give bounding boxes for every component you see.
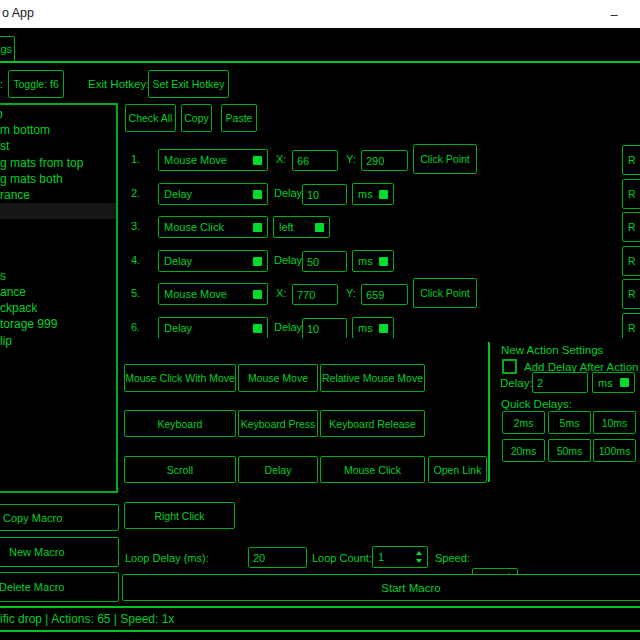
macro-list-item[interactable]: g mats from top: [0, 155, 116, 171]
button-label: 50ms: [557, 445, 583, 457]
y-input[interactable]: [361, 150, 408, 171]
spinner-up-icon[interactable]: [416, 551, 422, 555]
quick-delay-100ms-button[interactable]: 100ms: [593, 439, 636, 462]
macro-list-item[interactable]: ckpack: [0, 300, 116, 316]
click-point-button[interactable]: Click Point: [413, 278, 477, 308]
add-right-click-button[interactable]: Right Click: [124, 502, 235, 529]
action-type-value: Delay: [164, 255, 192, 267]
action-type-dropdown[interactable]: Mouse Click: [158, 216, 268, 238]
add-scroll-button[interactable]: Scroll: [124, 456, 236, 483]
macro-list-item[interactable]: lip: [0, 333, 116, 349]
action-type-dropdown[interactable]: Delay: [158, 183, 268, 205]
delay-input[interactable]: [302, 318, 347, 338]
remove-action-button[interactable]: R: [622, 145, 640, 175]
add-keyboard-button[interactable]: Keyboard: [124, 410, 236, 437]
x-input[interactable]: [292, 284, 338, 305]
speed-label: Speed:: [435, 552, 470, 564]
add-mouse-click-button[interactable]: Mouse Click: [320, 456, 425, 483]
action-type-dropdown[interactable]: Mouse Move: [158, 149, 268, 171]
macro-list-item[interactable]: st: [0, 138, 116, 154]
new-action-delay-input[interactable]: [532, 372, 588, 393]
button-label: 20ms: [511, 445, 537, 457]
add-delay-after-action-checkbox[interactable]: [502, 359, 517, 374]
add-mouse-move-button[interactable]: Mouse Move: [238, 364, 318, 392]
loop-count-value: 1: [378, 551, 384, 563]
button-label: 2ms: [514, 417, 534, 429]
quick-delay-5ms-button[interactable]: 5ms: [548, 411, 591, 434]
macro-list-item[interactable]: [0, 252, 116, 268]
delay-unit-dropdown[interactable]: ms: [352, 317, 394, 338]
title-bar: o App –: [0, 0, 640, 28]
click-point-label: Click Point: [420, 287, 470, 299]
button-label: Mouse Click: [344, 464, 401, 476]
add-keyboard-press-button[interactable]: Keyboard Press: [238, 410, 318, 437]
x-input[interactable]: [292, 150, 338, 171]
add-keyboard-release-button[interactable]: Keyboard Release: [320, 410, 425, 437]
delay-unit-dropdown[interactable]: ms: [352, 250, 394, 272]
new-action-delay-unit-dropdown[interactable]: ms: [592, 372, 635, 393]
stepper-arrows: [416, 551, 422, 563]
macro-list-item[interactable]: m bottom: [0, 122, 116, 138]
dropdown-arrow-icon: [253, 324, 262, 333]
add-delay-button[interactable]: Delay: [238, 456, 318, 483]
mouse-button-dropdown[interactable]: left: [273, 216, 330, 238]
action-row-number: 4.: [131, 254, 140, 266]
start-macro-button[interactable]: Start Macro: [122, 574, 640, 601]
remove-action-button[interactable]: R: [622, 179, 640, 209]
add-relative-mouse-move-button[interactable]: Relative Mouse Move: [320, 364, 425, 392]
action-type-dropdown[interactable]: Delay: [158, 317, 268, 338]
y-label: Y:: [346, 287, 356, 299]
paste-button[interactable]: Paste: [221, 104, 257, 132]
action-type-dropdown[interactable]: Delay: [158, 250, 268, 272]
action-row-number: 6.: [131, 321, 140, 333]
action-type-value: Delay: [164, 188, 192, 200]
macro-list-item[interactable]: s: [0, 268, 116, 284]
macro-list-item[interactable]: [0, 236, 116, 252]
delay-unit-value: ms: [358, 322, 373, 334]
delete-macro-button[interactable]: Delete Macro: [0, 572, 119, 602]
dropdown-arrow-icon: [253, 257, 262, 266]
spinner-down-icon[interactable]: [416, 559, 422, 563]
add-open-link-button[interactable]: Open Link: [428, 456, 487, 483]
toggle-hotkey-button[interactable]: Toggle: f6: [8, 70, 64, 98]
paste-label: Paste: [226, 112, 253, 124]
button-label: Delay: [265, 464, 292, 476]
y-input[interactable]: [361, 284, 408, 305]
loop-count-stepper[interactable]: 1: [372, 546, 428, 568]
status-bar: ific drop | Actions: 65 | Speed: 1x: [0, 606, 640, 632]
remove-action-button[interactable]: R: [622, 246, 640, 276]
new-macro-button[interactable]: New Macro: [0, 537, 119, 567]
macro-list-item[interactable]: g mats both: [0, 171, 116, 187]
quick-delay-10ms-button[interactable]: 10ms: [593, 411, 636, 434]
dropdown-arrow-icon: [379, 257, 388, 266]
macro-list-item[interactable]: ance: [0, 284, 116, 300]
minimize-button[interactable]: –: [596, 0, 632, 28]
quick-delay-2ms-button[interactable]: 2ms: [502, 411, 545, 434]
remove-action-button[interactable]: R: [622, 313, 640, 338]
delay-input[interactable]: [302, 251, 347, 272]
quick-delay-20ms-button[interactable]: 20ms: [502, 439, 545, 462]
macro-list-item[interactable]: rance: [0, 187, 116, 203]
macro-list-item-selected[interactable]: [0, 203, 116, 219]
delay-input[interactable]: [302, 184, 347, 205]
copy-macro-button[interactable]: Copy Macro: [0, 504, 119, 531]
action-type-dropdown[interactable]: Mouse Move: [158, 283, 268, 305]
macro-list-item[interactable]: [0, 219, 116, 235]
tab-settings[interactable]: gs: [0, 36, 15, 62]
loop-delay-input[interactable]: [248, 547, 307, 568]
click-point-button[interactable]: Click Point: [413, 144, 477, 174]
check-all-button[interactable]: Check All: [125, 104, 176, 132]
macro-list-item[interactable]: p: [0, 106, 116, 122]
set-exit-hotkey-button[interactable]: Set Exit Hotkey: [148, 70, 229, 98]
copy-button[interactable]: Copy: [181, 104, 212, 132]
remove-label: R: [628, 255, 636, 267]
remove-action-button[interactable]: R: [622, 279, 640, 309]
macro-listbox[interactable]: p m bottom st g mats from top g mats bot…: [0, 103, 118, 493]
remove-action-button[interactable]: R: [622, 212, 640, 242]
dropdown-arrow-icon: [620, 378, 629, 387]
button-label: Open Link: [434, 464, 482, 476]
quick-delay-50ms-button[interactable]: 50ms: [548, 439, 591, 462]
delay-unit-dropdown[interactable]: ms: [352, 183, 394, 205]
macro-list-item[interactable]: torage 999: [0, 316, 116, 332]
add-mouse-click-with-move-button[interactable]: Mouse Click With Move: [124, 364, 236, 392]
